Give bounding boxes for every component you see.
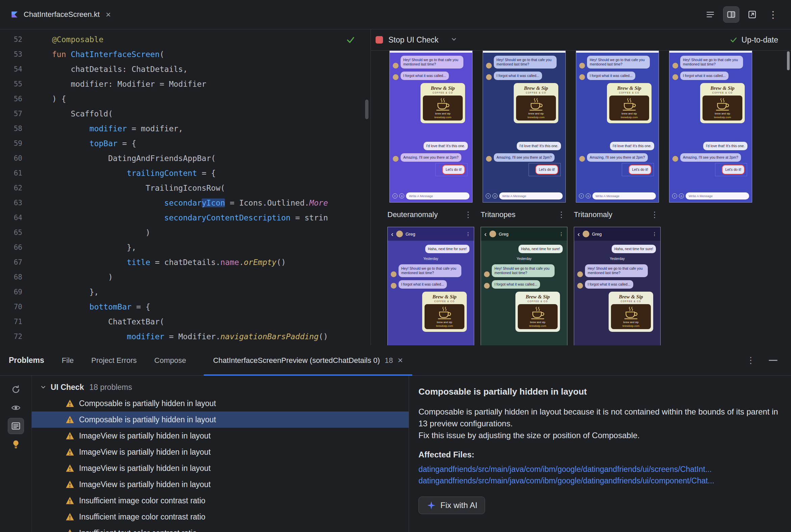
problem-item[interactable]: Composable is partially hidden in layout: [32, 412, 409, 428]
warning-icon: [66, 415, 74, 424]
close-icon[interactable]: ×: [104, 10, 112, 20]
line-number: 70: [0, 303, 34, 311]
chat-message-row: I forgot what it was called...: [577, 280, 657, 289]
code-text: title = chatDetails.name.orEmpty(): [34, 258, 286, 267]
problem-text: ImageView is partially hidden in layout: [79, 464, 211, 473]
code-line: 66 },: [0, 240, 370, 255]
emoji-icon[interactable]: ☺: [493, 193, 497, 198]
brand-caption: brew and sip: [715, 112, 730, 115]
inspections-ok-icon[interactable]: [346, 35, 356, 45]
code-token: (: [160, 50, 165, 59]
kebab-menu-icon[interactable]: ⋮: [650, 210, 659, 220]
preview-label-cell: Tritanomaly⋮: [574, 210, 661, 220]
kotlin-file-icon: [10, 10, 19, 19]
contact-name: Greg: [499, 232, 556, 236]
warning-icon: [66, 464, 74, 473]
chat-bubble: Hey! Should we go to that cafe you menti…: [585, 264, 648, 277]
kebab-menu-icon[interactable]: ⋮: [466, 231, 471, 236]
add-attachment-icon[interactable]: +: [392, 193, 398, 198]
kebab-menu-icon[interactable]: ⋮: [559, 231, 564, 236]
problem-item[interactable]: ImageView is partially hidden in layout: [32, 476, 409, 493]
minimize-icon[interactable]: [769, 360, 777, 361]
kebab-menu-icon[interactable]: ⋮: [652, 231, 657, 236]
preview-scrollbar[interactable]: [787, 51, 790, 70]
chat-message-row: Amazing, I'll see you there at 2pm?: [673, 153, 749, 162]
kebab-menu-icon[interactable]: ⋮: [464, 210, 472, 220]
close-icon[interactable]: ×: [398, 355, 403, 366]
problem-item[interactable]: Composable is partially hidden in layout: [32, 395, 409, 412]
stop-icon: [375, 36, 383, 43]
problems-group-header[interactable]: UI Check 18 problems: [32, 379, 409, 395]
problem-item[interactable]: Insufficient text color contrast ratio: [32, 525, 409, 532]
editor-tab[interactable]: ChatInterfaceScreen.kt ×: [10, 10, 112, 20]
message-input-bar: +☺Write A Message: [392, 192, 470, 200]
code-token: [52, 198, 164, 207]
code-token: TrailingIconsRow(: [52, 184, 225, 192]
fix-with-ai-button[interactable]: Fix with AI: [419, 497, 485, 514]
preview-config-label: Deuteranomaly: [387, 210, 438, 219]
layout-windows-icon[interactable]: [744, 7, 760, 22]
code-token: = Modifier.: [164, 332, 220, 341]
tab-compose[interactable]: Compose: [154, 356, 186, 365]
structure-lines-icon[interactable]: [702, 7, 718, 22]
refresh-icon[interactable]: [8, 382, 24, 397]
chat-avatar: [486, 156, 492, 162]
message-input[interactable]: Write A Message: [686, 192, 749, 200]
add-attachment-icon[interactable]: +: [672, 193, 677, 198]
line-number: 68: [0, 273, 34, 281]
affected-file-link[interactable]: datingandfriends/src/main/java/com/ibm/g…: [419, 463, 779, 475]
emoji-icon[interactable]: ☺: [399, 193, 404, 198]
affected-file-link[interactable]: datingandfriends/src/main/java/com/ibm/g…: [419, 475, 779, 487]
show-details-icon[interactable]: [8, 418, 24, 434]
problem-item[interactable]: Insufficient image color contrast ratio: [32, 509, 409, 525]
more-options-kebab-icon[interactable]: ⋮: [747, 355, 755, 366]
chevron-down-icon[interactable]: [450, 35, 458, 44]
brand-url: brew&sip.com: [714, 116, 731, 119]
chat-message-row: Amazing, I'll see you there at 2pm?: [579, 153, 656, 162]
lightbulb-icon[interactable]: [8, 436, 24, 452]
ui-check-flag: Let's do it!: [628, 165, 651, 174]
problem-item[interactable]: ImageView is partially hidden in layout: [32, 444, 409, 460]
problem-item[interactable]: ImageView is partially hidden in layout: [32, 428, 409, 444]
message-input[interactable]: Write A Message: [592, 192, 656, 200]
code-line: 54 chatDetails: ChatDetails,: [0, 62, 370, 77]
code-editor[interactable]: 52@Composable53fun ChatInterfaceScreen(5…: [0, 30, 371, 345]
kebab-menu-icon[interactable]: ⋮: [557, 210, 565, 220]
chat-bubble: Hey! Should we go to that cafe you menti…: [401, 56, 463, 69]
chat-message-row: Let's do it!: [393, 165, 469, 174]
more-options-kebab-icon[interactable]: ⋮: [765, 7, 781, 22]
tab-file[interactable]: File: [62, 356, 74, 365]
back-icon[interactable]: ‹: [577, 231, 580, 237]
emoji-icon[interactable]: ☺: [586, 193, 591, 198]
split-editor-icon[interactable]: [723, 7, 739, 22]
add-attachment-icon[interactable]: +: [579, 193, 584, 198]
problem-item[interactable]: Insufficient image color contrast ratio: [32, 493, 409, 509]
chat-bubble: Hey! Should we go to that cafe you menti…: [492, 264, 555, 277]
chat-bubble: Amazing, I'll see you there at 2pm?: [680, 153, 741, 162]
problem-item[interactable]: ImageView is partially hidden in layout: [32, 460, 409, 476]
warning-icon: [66, 432, 74, 440]
tab-project-errors[interactable]: Project Errors: [91, 356, 136, 365]
code-token: secondaryContentDescription: [164, 213, 291, 222]
chat-message-row: I'd love that! It's this one.: [673, 142, 749, 150]
line-number: 71: [0, 318, 34, 326]
editor-scrollbar[interactable]: [365, 100, 368, 119]
code-token: fun: [52, 50, 71, 59]
code-text: ChatTextBar(: [34, 317, 164, 326]
code-text: TrailingIconsRow(: [34, 184, 225, 192]
chat-avatar: [393, 74, 399, 80]
emoji-icon[interactable]: ☺: [679, 193, 684, 198]
add-attachment-icon[interactable]: +: [486, 193, 491, 198]
tab-uicheck-preview[interactable]: ChatInterfaceScreenPreview (sortedChatDe…: [204, 345, 412, 375]
preview-eye-icon[interactable]: [8, 400, 24, 416]
back-icon[interactable]: ‹: [484, 231, 487, 237]
problems-window-title[interactable]: Problems: [9, 356, 44, 365]
back-icon[interactable]: ‹: [391, 231, 393, 237]
message-input[interactable]: Write A Message: [406, 192, 470, 200]
code-token: (): [318, 332, 328, 341]
problems-group-title: UI Check: [51, 383, 84, 392]
code-line: 58 modifier = modifier,: [0, 121, 370, 136]
code-text: secondaryContentDescription = strin: [34, 213, 328, 222]
message-input[interactable]: Write A Message: [499, 192, 563, 200]
stop-ui-check-button[interactable]: Stop UI Check: [375, 35, 438, 44]
